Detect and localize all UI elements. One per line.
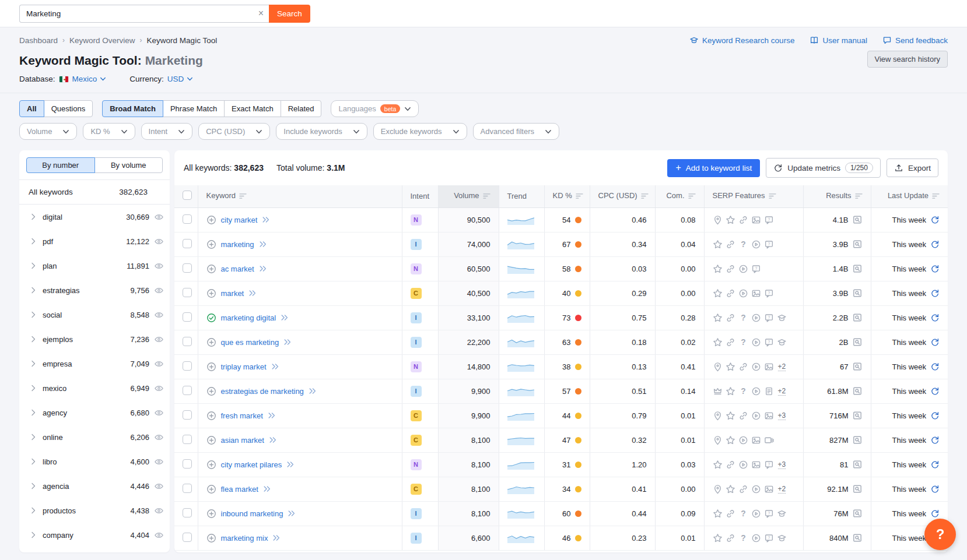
filter-include-keywords[interactable]: Include keywords <box>276 123 367 140</box>
row-checkbox[interactable] <box>183 435 192 444</box>
refresh-keyword-icon[interactable] <box>930 313 940 322</box>
intent-badge[interactable]: C <box>411 484 422 495</box>
refresh-keyword-icon[interactable] <box>930 240 940 249</box>
sort-by-volume-button[interactable]: By volume <box>94 157 163 173</box>
intent-badge[interactable]: N <box>411 214 422 226</box>
keyword-link[interactable]: que es marketing <box>221 338 279 347</box>
search-button[interactable]: Search <box>269 5 310 23</box>
expand-keyword-icon[interactable] <box>263 485 271 493</box>
keyword-link[interactable]: asian market <box>221 436 264 445</box>
serp-preview-icon[interactable] <box>852 410 863 421</box>
keyword-group-row[interactable]: agency 6,680 <box>19 400 170 425</box>
send-feedback-link[interactable]: Send feedback <box>882 36 948 45</box>
chevron-right-icon[interactable] <box>29 506 38 515</box>
expand-keyword-icon[interactable] <box>259 265 267 273</box>
column-header-cpc[interactable]: CPC (USD) <box>590 185 655 207</box>
help-button[interactable]: ? <box>924 519 956 550</box>
column-header-intent[interactable]: Intent <box>402 185 438 207</box>
keyword-group-row[interactable]: digital 30,669 <box>19 205 170 229</box>
expand-keyword-icon[interactable] <box>309 387 317 395</box>
keyword-link[interactable]: marketing digital <box>221 314 276 322</box>
add-keyword-icon[interactable] <box>206 288 216 298</box>
chevron-right-icon[interactable] <box>29 359 38 368</box>
serp-preview-icon[interactable] <box>852 361 863 372</box>
keyword-group-row[interactable]: agencia 4,446 <box>19 474 170 498</box>
keyword-link[interactable]: ac market <box>221 265 254 273</box>
serp-preview-icon[interactable] <box>852 508 863 519</box>
keyword-link[interactable]: market <box>221 289 244 298</box>
eye-icon[interactable] <box>154 506 164 516</box>
expand-keyword-icon[interactable] <box>269 436 277 444</box>
add-keyword-icon[interactable] <box>206 411 216 421</box>
export-button[interactable]: Export <box>887 159 938 177</box>
keyword-link[interactable]: city market pilares <box>221 460 282 469</box>
keyword-group-row[interactable]: productos 4,438 <box>19 498 170 523</box>
filter-intent[interactable]: Intent <box>141 123 193 140</box>
row-checkbox[interactable] <box>183 214 192 224</box>
refresh-keyword-icon[interactable] <box>930 484 940 494</box>
add-keyword-icon[interactable] <box>206 240 216 249</box>
keyword-link[interactable]: inbound marketing <box>221 509 283 518</box>
chevron-right-icon[interactable] <box>29 457 38 466</box>
languages-dropdown[interactable]: Languages beta <box>331 100 419 117</box>
expand-keyword-icon[interactable] <box>259 240 267 248</box>
refresh-keyword-icon[interactable] <box>930 460 940 469</box>
serp-preview-icon[interactable] <box>852 263 863 274</box>
breadcrumb-keyword-overview[interactable]: Keyword Overview <box>69 36 135 45</box>
row-checkbox[interactable] <box>183 508 192 517</box>
user-manual-link[interactable]: User manual <box>810 36 867 45</box>
update-metrics-button[interactable]: Update metrics1/250 <box>766 158 881 178</box>
serp-features-more[interactable]: +2 <box>778 362 786 371</box>
row-checkbox[interactable] <box>183 533 192 542</box>
keyword-link[interactable]: triplay market <box>221 362 267 371</box>
serp-preview-icon[interactable] <box>852 435 863 445</box>
eye-icon[interactable] <box>154 261 164 271</box>
expand-keyword-icon[interactable] <box>248 289 257 297</box>
add-keyword-icon[interactable] <box>206 509 216 519</box>
eye-icon[interactable] <box>154 530 164 540</box>
column-header-com[interactable]: Com. <box>655 185 704 207</box>
add-keyword-icon[interactable] <box>206 362 216 372</box>
chevron-right-icon[interactable] <box>29 334 38 344</box>
tab-broad-match[interactable]: Broad Match <box>102 100 163 117</box>
add-keyword-icon[interactable] <box>206 264 216 274</box>
column-header-serp-features[interactable]: SERP Features <box>704 185 803 207</box>
expand-keyword-icon[interactable] <box>286 460 295 469</box>
expand-keyword-icon[interactable] <box>288 509 296 517</box>
serp-preview-icon[interactable] <box>852 386 863 396</box>
eye-icon[interactable] <box>154 334 164 344</box>
keyword-group-row[interactable]: estrategias 9,756 <box>19 278 170 302</box>
chevron-right-icon[interactable] <box>29 530 38 540</box>
serp-features-more[interactable]: +3 <box>778 411 786 420</box>
row-checkbox[interactable] <box>183 288 192 297</box>
chevron-right-icon[interactable] <box>29 383 38 393</box>
row-checkbox[interactable] <box>183 484 192 493</box>
search-input[interactable] <box>19 5 269 23</box>
row-checkbox[interactable] <box>183 386 192 395</box>
eye-icon[interactable] <box>154 408 164 418</box>
keyword-link[interactable]: marketing mix <box>221 534 268 543</box>
intent-badge[interactable]: I <box>411 337 422 348</box>
serp-preview-icon[interactable] <box>852 533 863 543</box>
serp-preview-icon[interactable] <box>852 312 863 323</box>
chevron-right-icon[interactable] <box>29 286 38 295</box>
serp-preview-icon[interactable] <box>852 337 863 347</box>
column-header-kd[interactable]: KD % <box>544 185 590 207</box>
add-to-keyword-list-button[interactable]: +Add to keyword list <box>667 159 760 177</box>
eye-icon[interactable] <box>154 481 164 491</box>
eye-icon[interactable] <box>154 457 164 467</box>
intent-badge[interactable]: C <box>411 410 422 421</box>
tab-phrase-match[interactable]: Phrase Match <box>163 100 225 117</box>
filter-cpc[interactable]: CPC (USD) <box>198 123 270 140</box>
keyword-group-row[interactable]: libro 4,600 <box>19 449 170 474</box>
keyword-group-row[interactable]: company 4,404 <box>19 523 170 547</box>
row-checkbox[interactable] <box>183 410 192 420</box>
serp-preview-icon[interactable] <box>852 484 863 494</box>
column-header-volume[interactable]: Volume <box>438 185 499 207</box>
eye-icon[interactable] <box>154 383 164 393</box>
refresh-keyword-icon[interactable] <box>930 509 940 518</box>
add-keyword-icon[interactable] <box>206 533 216 543</box>
keyword-research-course-link[interactable]: Keyword Research course <box>689 36 794 45</box>
intent-badge[interactable]: I <box>411 386 422 397</box>
expand-keyword-icon[interactable] <box>262 216 270 224</box>
